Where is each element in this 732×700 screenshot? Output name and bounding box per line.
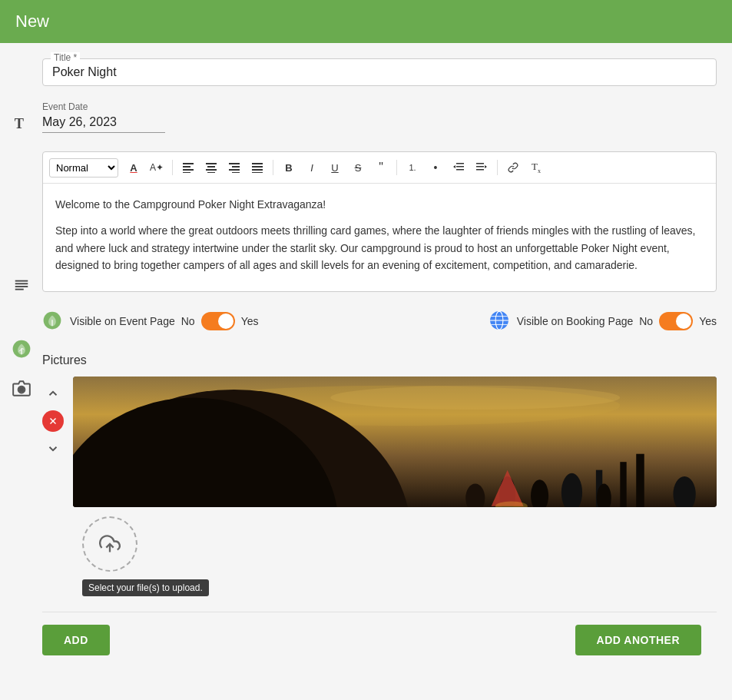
link-btn[interactable] — [502, 157, 524, 178]
editor-content[interactable]: Welcome to the Campground Poker Night Ex… — [43, 184, 716, 291]
visible-event-group: Visible on Event Page No Yes — [42, 310, 258, 332]
svg-rect-29 — [476, 166, 484, 168]
align-right-btn[interactable] — [224, 157, 245, 178]
visible-booking-label: Visible on Booking Page — [517, 315, 634, 327]
form-area: Title * Event Date May 26, 2023 Normal H… — [42, 43, 732, 683]
footer-buttons: ADD ADD ANOTHER — [42, 612, 717, 668]
visible-event-yes: Yes — [241, 315, 259, 327]
svg-point-42 — [330, 386, 620, 410]
title-label: Title * — [51, 52, 80, 63]
main-layout: T — [0, 43, 732, 683]
camera-icon[interactable] — [9, 377, 34, 401]
visible-booking-group: Visible on Booking Page No Yes — [489, 310, 717, 332]
svg-rect-18 — [229, 169, 240, 171]
svg-rect-46 — [620, 462, 626, 507]
align-center-btn[interactable] — [200, 157, 222, 178]
svg-text:T: T — [14, 116, 23, 131]
title-field-wrapper: Title * — [42, 58, 717, 86]
svg-rect-10 — [183, 169, 194, 171]
toolbar-divider-4 — [497, 160, 498, 175]
svg-rect-20 — [252, 163, 263, 164]
style-select[interactable]: Normal Heading 1 Heading 2 Heading 3 — [49, 158, 118, 177]
svg-rect-30 — [476, 169, 484, 171]
svg-marker-27 — [453, 165, 455, 168]
toolbar-divider-2 — [273, 160, 273, 175]
svg-rect-19 — [232, 172, 240, 173]
sidebar: T — [0, 43, 42, 683]
page-header: New — [0, 0, 732, 43]
upload-button[interactable] — [82, 516, 137, 572]
picture-item — [42, 377, 717, 507]
font-color-btn[interactable]: A — [123, 157, 144, 178]
svg-rect-8 — [183, 163, 194, 164]
svg-rect-12 — [206, 163, 217, 164]
event-icon[interactable] — [9, 337, 34, 361]
italic-btn[interactable]: I — [301, 157, 323, 178]
clear-format-btn[interactable]: Tx — [525, 157, 547, 178]
visible-event-toggle[interactable] — [201, 312, 235, 330]
svg-rect-16 — [229, 163, 240, 164]
unordered-list-btn[interactable]: • — [425, 157, 446, 178]
visible-booking-toggle[interactable] — [659, 312, 693, 330]
toolbar-divider-1 — [172, 160, 173, 175]
svg-rect-26 — [456, 169, 464, 171]
indent-more-btn[interactable] — [471, 157, 492, 178]
add-another-button[interactable]: ADD ANOTHER — [575, 625, 701, 655]
visible-booking-no: No — [639, 315, 653, 327]
svg-rect-28 — [476, 163, 484, 164]
strikethrough-btn[interactable]: S — [347, 157, 369, 178]
picture-preview — [73, 377, 717, 507]
align-left-btn[interactable] — [177, 157, 199, 178]
svg-point-7 — [19, 387, 23, 391]
visible-event-no: No — [181, 315, 195, 327]
visible-booking-yes: Yes — [699, 315, 717, 327]
editor-paragraph-1: Welcome to the Campground Poker Night Ex… — [55, 196, 704, 213]
remove-picture-btn[interactable] — [42, 410, 64, 432]
add-button[interactable]: ADD — [42, 625, 110, 655]
pictures-section: Pictures — [42, 353, 717, 596]
event-toggle-icon — [42, 310, 64, 332]
underline-btn[interactable]: U — [324, 157, 346, 178]
svg-rect-21 — [252, 166, 263, 168]
svg-rect-15 — [207, 172, 215, 173]
align-icon[interactable] — [9, 274, 34, 298]
editor-toolbar: Normal Heading 1 Heading 2 Heading 3 A A… — [43, 152, 716, 184]
toolbar-divider-3 — [396, 160, 397, 175]
upload-area: Select your file(s) to upload. — [42, 516, 717, 596]
upload-tooltip: Select your file(s) to upload. — [82, 579, 209, 596]
bold-btn[interactable]: B — [278, 157, 300, 178]
picture-controls — [42, 377, 64, 459]
svg-rect-22 — [252, 169, 263, 171]
visible-event-label: Visible on Event Page — [70, 315, 175, 327]
pictures-label: Pictures — [42, 353, 717, 367]
svg-rect-25 — [456, 166, 464, 168]
date-value[interactable]: May 26, 2023 — [42, 115, 165, 133]
move-up-btn[interactable] — [42, 383, 64, 404]
rich-text-editor: Normal Heading 1 Heading 2 Heading 3 A A… — [42, 151, 717, 292]
blockquote-btn[interactable]: " — [370, 157, 392, 178]
move-down-btn[interactable] — [42, 438, 64, 459]
svg-rect-24 — [456, 163, 464, 164]
highlight-btn[interactable]: A✦ — [146, 157, 167, 178]
svg-rect-9 — [183, 166, 190, 168]
justify-btn[interactable] — [247, 157, 268, 178]
indent-less-btn[interactable] — [448, 157, 469, 178]
svg-rect-17 — [232, 166, 240, 168]
title-field-group: Title * — [42, 58, 717, 86]
svg-rect-47 — [636, 454, 644, 507]
toggle-row: Visible on Event Page No Yes — [42, 310, 717, 332]
editor-paragraph-2: Step into a world where the great outdoo… — [55, 222, 704, 274]
text-icon[interactable]: T — [9, 111, 34, 135]
title-input[interactable] — [52, 65, 707, 79]
date-field-group: Event Date May 26, 2023 — [42, 101, 717, 133]
svg-rect-11 — [183, 172, 190, 173]
ordered-list-btn[interactable]: 1. — [402, 157, 423, 178]
svg-marker-31 — [485, 165, 487, 168]
booking-toggle-icon — [489, 310, 511, 332]
page-title: New — [15, 12, 49, 32]
svg-rect-23 — [252, 172, 263, 173]
svg-rect-14 — [206, 169, 217, 171]
svg-rect-13 — [207, 166, 215, 168]
date-label: Event Date — [42, 101, 717, 112]
